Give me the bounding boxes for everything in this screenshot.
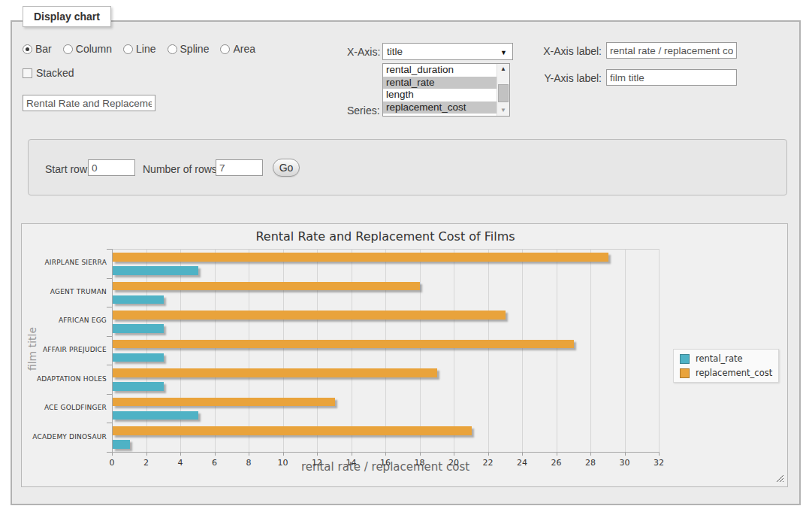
x-tick-label: 18 (409, 458, 431, 468)
x-axis-label-caption: X-Axis label: (536, 45, 602, 57)
radio-icon[interactable] (23, 44, 32, 54)
y-tick (107, 278, 112, 279)
x-tick-label: 20 (442, 458, 465, 468)
chart-legend: rental_ratereplacement_cost (673, 349, 779, 383)
series-option-length[interactable]: length (383, 89, 497, 101)
chart-type-bar[interactable]: Bar (23, 43, 52, 55)
num-rows-label: Number of rows: (143, 163, 220, 175)
x-tick-label: 10 (272, 458, 294, 468)
y-axis-line (112, 249, 113, 452)
x-tick-label: 0 (101, 458, 123, 468)
x-tick (659, 453, 660, 456)
gridline (420, 249, 421, 452)
radio-icon[interactable] (123, 44, 133, 54)
y-tick (107, 336, 112, 337)
x-tick-label: 30 (614, 458, 636, 468)
chart-type-radio-group: BarColumnLineSplineArea (23, 43, 255, 55)
x-tick-label: 26 (545, 458, 568, 468)
x-axis-select[interactable]: title ▼ (382, 43, 513, 60)
scroll-up-icon[interactable]: ▲ (497, 64, 509, 74)
chart-type-spline[interactable]: Spline (168, 43, 210, 55)
chart-type-line[interactable]: Line (123, 43, 155, 55)
radio-icon[interactable] (168, 44, 177, 54)
stacked-checkbox-row[interactable]: Stacked (23, 67, 74, 79)
x-tick-label: 4 (169, 458, 192, 468)
legend-label: rental_rate (696, 353, 743, 364)
bar-replacement_cost (113, 426, 472, 435)
gridline (590, 249, 591, 452)
radio-label: Line (136, 43, 155, 55)
bar-rental_rate (113, 324, 164, 333)
x-tick (557, 453, 557, 456)
chart-type-column[interactable]: Column (63, 43, 112, 55)
gridline (557, 249, 557, 452)
radio-icon[interactable] (63, 44, 73, 54)
gridline (215, 249, 216, 452)
y-tick (107, 452, 112, 453)
x-tick-label: 16 (374, 458, 397, 468)
category-label: AIRPLANE SIERRA (22, 259, 107, 266)
bar-rental_rate (113, 411, 198, 420)
y-axis-label-input[interactable] (606, 69, 737, 86)
x-tick (385, 453, 386, 456)
go-button[interactable]: Go (273, 159, 300, 177)
x-tick (317, 453, 318, 456)
gridline (625, 249, 626, 452)
series-option-rental_rate[interactable]: rental_rate (383, 77, 497, 89)
gridline (317, 249, 318, 452)
stacked-checkbox[interactable] (23, 68, 32, 78)
x-tick (590, 453, 591, 456)
series-option-rental_duration[interactable]: rental_duration (383, 64, 497, 77)
chevron-down-icon: ▼ (500, 49, 507, 56)
legend-label: replacement_cost (696, 368, 772, 378)
bar-replacement_cost (113, 253, 608, 262)
y-tick (107, 423, 112, 423)
x-axis-select-label: X-Axis: (347, 46, 379, 58)
num-rows-input[interactable] (216, 159, 263, 176)
radio-label: Spline (180, 43, 210, 55)
y-tick (107, 307, 112, 308)
scroll-down-icon[interactable]: ▼ (497, 105, 509, 116)
x-tick (522, 453, 523, 456)
chart-type-area[interactable]: Area (220, 43, 255, 55)
x-tick-label: 24 (511, 458, 533, 468)
legend-swatch (680, 354, 690, 364)
y-tick (107, 249, 112, 250)
category-label: AFFAIR PREJUDICE (22, 346, 107, 353)
bar-replacement_cost (113, 368, 437, 377)
series-option-replacement_cost[interactable]: replacement_cost (383, 101, 497, 114)
stacked-label: Stacked (36, 67, 74, 79)
resize-handle-icon[interactable] (776, 474, 783, 482)
bar-replacement_cost (113, 340, 574, 349)
radio-icon[interactable] (220, 44, 230, 54)
series-listbox[interactable]: ▲ ▼ rental_durationrental_ratelengthrepl… (382, 63, 510, 117)
gridline (488, 249, 489, 452)
category-label: AGENT TRUMAN (22, 288, 107, 295)
gridline (659, 249, 660, 452)
bar-rental_rate (113, 440, 130, 449)
x-tick-label: 32 (647, 458, 670, 468)
series-list-label: Series: (347, 105, 379, 117)
x-tick (249, 453, 249, 456)
x-tick-label: 8 (237, 458, 260, 468)
legend-swatch (680, 368, 690, 378)
bar-replacement_cost (113, 282, 420, 291)
y-tick (107, 394, 112, 395)
plot-top-border (112, 249, 659, 250)
y-tick (107, 365, 112, 365)
start-row-label: Start row: (45, 163, 90, 175)
legend-item-replacement_cost: replacement_cost (680, 368, 772, 378)
chart-title-input[interactable] (23, 95, 155, 111)
y-axis-label-caption: Y-Axis label: (536, 72, 602, 84)
bar-rental_rate (113, 353, 164, 362)
listbox-scrollbar[interactable]: ▲ ▼ (497, 64, 509, 116)
x-tick (112, 453, 113, 456)
category-label: AFRICAN EGG (22, 317, 107, 324)
start-row-input[interactable] (88, 159, 135, 176)
gridline (283, 249, 284, 452)
scrollbar-thumb[interactable] (498, 84, 509, 102)
x-axis-label-input[interactable] (606, 42, 737, 59)
x-tick-label: 22 (477, 458, 500, 468)
chart-title: Rental Rate and Replacement Cost of Film… (112, 229, 659, 244)
radio-label: Area (233, 43, 255, 55)
